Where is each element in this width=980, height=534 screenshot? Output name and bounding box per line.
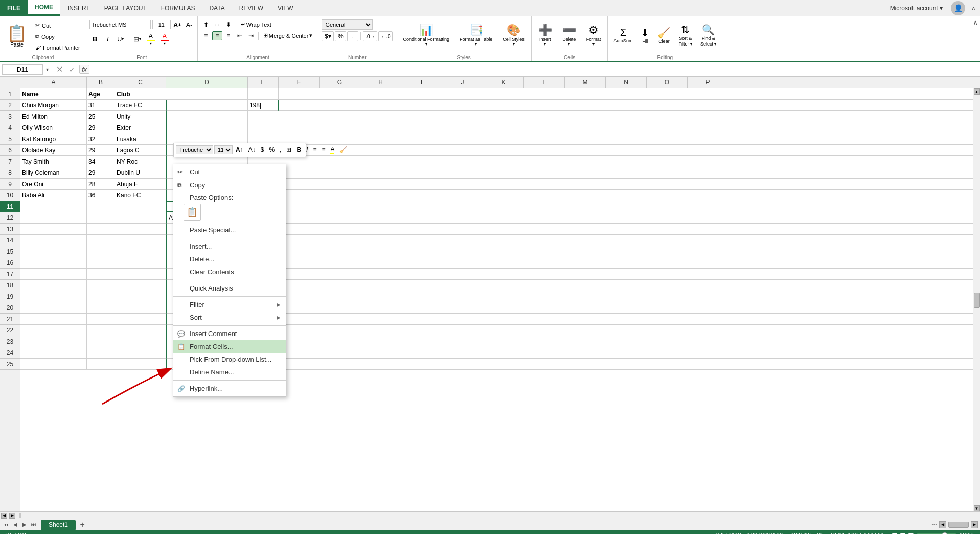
view-page-break[interactable]: ⊟	[908, 531, 914, 534]
cell-rest-16[interactable]	[248, 257, 973, 269]
cell-b15[interactable]	[87, 246, 115, 257]
cell-a6[interactable]: Ololade Kay	[20, 145, 87, 156]
sheet-nav-next[interactable]: ▶	[20, 521, 29, 529]
cell-b5[interactable]: 32	[87, 134, 115, 145]
font-color-button[interactable]: A ▾	[158, 31, 171, 47]
cell-rest-4[interactable]	[248, 122, 973, 134]
decrease-font-button[interactable]: A-	[184, 19, 194, 30]
cell-rest-7[interactable]	[248, 156, 973, 167]
cell-c1[interactable]: Club	[115, 88, 166, 100]
cell-rest-11[interactable]	[248, 201, 973, 212]
italic-button[interactable]: I	[102, 34, 113, 44]
sheet-tab-sheet1[interactable]: Sheet1	[41, 520, 76, 530]
mini-align-left[interactable]: ≡	[311, 145, 318, 155]
cell-rest-21[interactable]	[248, 314, 973, 325]
cell-b12[interactable]	[87, 212, 115, 224]
cell-a5[interactable]: Kat Katongo	[20, 134, 87, 145]
decrease-indent-button[interactable]: ⇤	[235, 31, 245, 40]
cell-b1[interactable]: Age	[87, 88, 115, 100]
cell-a11[interactable]	[20, 201, 87, 212]
name-box-dropdown[interactable]: ▾	[45, 66, 50, 72]
currency-button[interactable]: $▾	[322, 31, 334, 41]
cell-b6[interactable]: 29	[87, 145, 115, 156]
ctx-clear-contents[interactable]: Clear Contents	[173, 265, 286, 278]
cell-a9[interactable]: Ore Oni	[20, 179, 87, 190]
cell-c3[interactable]: Unity	[115, 111, 166, 122]
cell-c25[interactable]	[115, 359, 166, 370]
increase-indent-button[interactable]: ⇥	[246, 31, 256, 40]
cell-c16[interactable]	[115, 257, 166, 269]
cell-b11[interactable]	[87, 201, 115, 212]
cell-a14[interactable]	[20, 235, 87, 246]
cell-c22[interactable]	[115, 325, 166, 336]
row-header-25[interactable]: 25	[0, 359, 20, 370]
wrap-text-button[interactable]: ↵ Wrap Text	[238, 19, 274, 29]
cell-rest-12[interactable]	[248, 212, 973, 224]
cell-b23[interactable]	[87, 336, 115, 347]
cell-a16[interactable]	[20, 257, 87, 269]
col-header-n[interactable]: N	[606, 77, 647, 88]
row-header-17[interactable]: 17	[0, 269, 20, 280]
tab-insert[interactable]: INSERT	[60, 0, 97, 16]
row-header-10[interactable]: 10	[0, 190, 20, 201]
ctx-quick-analysis[interactable]: Quick Analysis	[173, 282, 286, 295]
cell-b9[interactable]: 28	[87, 179, 115, 190]
h-scroll-right[interactable]: ▶	[971, 521, 978, 528]
row-header-15[interactable]: 15	[0, 246, 20, 257]
cell-rest-19[interactable]	[248, 291, 973, 302]
row-header-8[interactable]: 8	[0, 167, 20, 179]
mini-fill-color[interactable]: A	[328, 144, 336, 155]
autosum-button[interactable]: Σ AutoSum	[610, 25, 636, 45]
cell-rest-14[interactable]	[248, 235, 973, 246]
ctx-define-name[interactable]: Define Name...	[173, 366, 286, 379]
cell-b3[interactable]: 25	[87, 111, 115, 122]
cell-a19[interactable]	[20, 291, 87, 302]
fill-button[interactable]: ⬇ Fill	[637, 25, 653, 46]
cell-rest-3[interactable]	[248, 111, 973, 122]
align-right-button[interactable]: ≡	[223, 31, 234, 40]
mini-align-center[interactable]: ≡	[320, 145, 327, 155]
microsoft-account[interactable]: Microsoft account ▾	[884, 0, 949, 16]
cell-a2[interactable]: Chris Morgan	[20, 100, 87, 111]
cell-rest-15[interactable]	[248, 246, 973, 257]
cell-a1[interactable]: Name	[20, 88, 87, 100]
sheet-nav-last[interactable]: ⏭	[30, 521, 38, 529]
ctx-insert[interactable]: Insert...	[173, 240, 286, 253]
cell-a22[interactable]	[20, 325, 87, 336]
cut-button[interactable]: ✂Cut	[33, 20, 83, 30]
mini-border[interactable]: ⊞	[284, 145, 293, 155]
row-header-19[interactable]: 19	[0, 291, 20, 302]
row-header-7[interactable]: 7	[0, 156, 20, 167]
cell-c8[interactable]: Dublin U	[115, 167, 166, 179]
tab-data[interactable]: DATA	[202, 0, 232, 16]
col-header-b[interactable]: B	[87, 77, 115, 88]
col-header-c[interactable]: C	[115, 77, 166, 88]
cell-c17[interactable]	[115, 269, 166, 280]
mini-increase-font[interactable]: A↑	[234, 145, 245, 155]
col-header-h[interactable]: H	[360, 77, 401, 88]
cell-c14[interactable]	[115, 235, 166, 246]
cell-rest-5[interactable]	[248, 134, 973, 145]
cell-a13[interactable]	[20, 224, 87, 235]
row-header-24[interactable]: 24	[0, 347, 20, 359]
cell-rest-22[interactable]	[248, 325, 973, 336]
h-scroll-thumb[interactable]	[948, 522, 969, 528]
cell-c6[interactable]: Lagos C	[115, 145, 166, 156]
cell-b10[interactable]: 36	[87, 190, 115, 201]
cell-b19[interactable]	[87, 291, 115, 302]
ribbon-collapse-right[interactable]: ∧	[971, 16, 980, 61]
cell-b20[interactable]	[87, 302, 115, 314]
col-header-j[interactable]: J	[442, 77, 483, 88]
cell-a8[interactable]: Billy Coleman	[20, 167, 87, 179]
cell-b4[interactable]: 29	[87, 122, 115, 134]
align-top-button[interactable]: ⬆	[201, 20, 211, 29]
row-header-12[interactable]: 12	[0, 212, 20, 224]
ctx-paste-special[interactable]: Paste Special...	[173, 224, 286, 236]
ctx-sort[interactable]: Sort ▶	[173, 311, 286, 324]
cell-rest-18[interactable]	[248, 280, 973, 291]
cell-c12[interactable]	[115, 212, 166, 224]
cell-c20[interactable]	[115, 302, 166, 314]
col-header-i[interactable]: I	[401, 77, 442, 88]
cell-rest-10[interactable]	[248, 190, 973, 201]
formula-input[interactable]	[92, 65, 978, 74]
